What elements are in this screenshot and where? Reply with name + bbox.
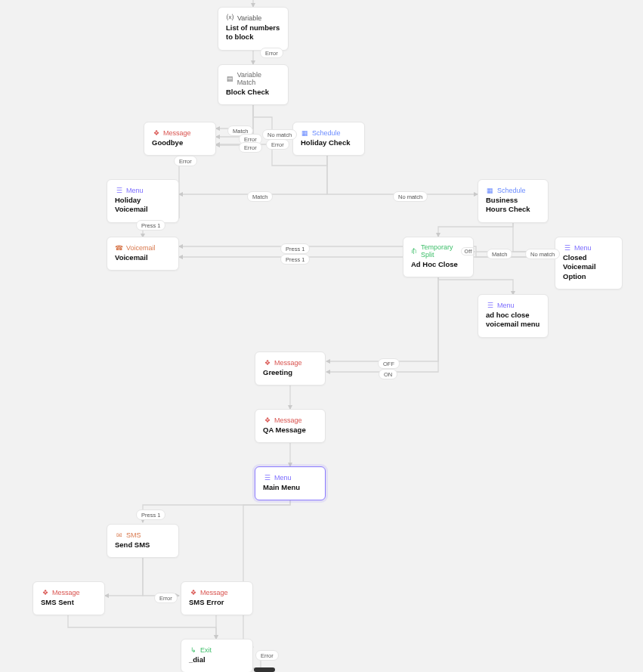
node-title: Greeting: [263, 368, 317, 377]
node-variable[interactable]: ⒳Variable List of numbers to block: [218, 7, 289, 51]
node-holiday-voicemail[interactable]: ☰Menu Holiday Voicemail: [107, 179, 179, 223]
chip-error: Error: [260, 48, 283, 58]
node-closed-voicemail-option[interactable]: ☰Menu Closed Voicemail Option: [555, 237, 623, 290]
node-title: Send SMS: [115, 540, 171, 550]
chip-press1: Press 1: [136, 509, 165, 520]
node-adhoc[interactable]: ⫛Temporary SplitOff Ad Hoc Close: [403, 237, 474, 277]
message-icon: ❖: [263, 416, 271, 424]
node-type: Schedule: [497, 187, 526, 194]
node-exit[interactable]: ↳Exit _dial: [181, 639, 253, 672]
chip-error: Error: [154, 593, 178, 603]
node-type: Variable: [237, 14, 261, 22]
node-title: QA Message: [263, 426, 317, 435]
node-type: Message: [52, 589, 80, 596]
schedule-icon: ▦: [486, 186, 494, 194]
variable-icon: ⒳: [226, 14, 234, 22]
node-title: Goodbye: [152, 138, 208, 147]
node-title: SMS Sent: [41, 598, 97, 607]
chip-press1: Press 1: [280, 243, 310, 254]
node-title: List of numbers to block: [226, 23, 280, 42]
node-main-menu[interactable]: ☰Menu Main Menu: [255, 466, 326, 500]
node-title: Block Check: [226, 88, 280, 97]
node-adhoc-menu[interactable]: ☰Menu ad hoc close voicemail menu: [478, 294, 549, 338]
node-type: Schedule: [312, 129, 341, 137]
node-goodbye[interactable]: ❖Message Goodbye: [144, 122, 216, 156]
message-icon: ❖: [189, 588, 197, 596]
sms-icon: ✉: [115, 531, 123, 539]
chip-match: Match: [487, 249, 512, 259]
split-icon: ⫛: [411, 247, 418, 255]
chip-press1: Press 1: [136, 220, 165, 231]
menu-icon: ☰: [563, 243, 571, 252]
node-title: Holiday Voicemail: [115, 196, 171, 215]
menu-icon: ☰: [115, 186, 123, 194]
node-sms-error[interactable]: ❖Message SMS Error: [181, 581, 253, 615]
chip-match: Match: [247, 191, 273, 202]
node-type: Exit: [200, 646, 212, 654]
node-title: Ad Hoc Close: [411, 260, 465, 269]
node-type: Message: [163, 129, 191, 137]
node-type: Temporary Split: [421, 243, 453, 259]
message-icon: ❖: [263, 358, 271, 367]
chip-error: Error: [174, 156, 197, 166]
node-title: Main Menu: [263, 483, 317, 492]
node-title: Closed Voicemail Option: [563, 253, 614, 281]
schedule-icon: ▦: [301, 129, 309, 137]
message-icon: ❖: [152, 129, 160, 137]
node-title: SMS Error: [189, 598, 245, 607]
node-title: ad hoc close voicemail menu: [486, 311, 540, 330]
chip-off: OFF: [378, 358, 400, 369]
menu-icon: ☰: [263, 473, 271, 482]
chip-nomatch: No match: [393, 191, 428, 202]
node-sms-sent[interactable]: ❖Message SMS Sent: [32, 581, 105, 615]
message-icon: ❖: [41, 588, 49, 596]
voicemail-icon: ☎: [115, 243, 123, 252]
chip-nomatch: No match: [525, 249, 560, 259]
node-type: Menu: [574, 244, 592, 252]
node-type: Voicemail: [126, 244, 156, 252]
bottom-handle[interactable]: [254, 667, 275, 672]
node-type: Menu: [497, 302, 515, 309]
chip-error: Error: [255, 650, 279, 661]
chip-press1: Press 1: [280, 254, 310, 265]
node-qa-message[interactable]: ❖Message QA Message: [255, 409, 326, 443]
node-type: Menu: [274, 474, 292, 482]
node-type: Message: [200, 589, 228, 596]
chip-error: Error: [266, 139, 289, 150]
node-title: _dial: [189, 655, 245, 664]
node-voicemail[interactable]: ☎Voicemail Voicemail: [107, 237, 179, 271]
toggle-off[interactable]: Off: [461, 247, 476, 255]
exit-icon: ↳: [189, 646, 197, 654]
node-variable-match[interactable]: ▤Variable Match Block Check: [218, 64, 289, 105]
node-type: Menu: [126, 187, 144, 194]
chip-error: Error: [239, 142, 262, 153]
node-type: Variable Match: [237, 71, 280, 86]
vmatch-icon: ▤: [226, 75, 234, 83]
chip-nomatch: No match: [262, 129, 297, 140]
node-title: Voicemail: [115, 253, 171, 262]
menu-icon: ☰: [486, 301, 494, 309]
node-business-hours[interactable]: ▦Schedule Business Hours Check: [478, 179, 549, 223]
node-type: SMS: [126, 531, 141, 539]
node-title: Holiday Check: [301, 138, 357, 147]
node-sms[interactable]: ✉SMS Send SMS: [107, 524, 179, 558]
node-type: Message: [274, 417, 302, 424]
node-holiday-check[interactable]: ▦Schedule Holiday Check: [292, 122, 365, 156]
flow-canvas[interactable]: ⒳Variable List of numbers to block ▤Vari…: [0, 0, 643, 672]
node-title: Business Hours Check: [486, 196, 540, 215]
node-type: Message: [274, 359, 302, 367]
node-greeting[interactable]: ❖Message Greeting: [255, 351, 326, 386]
chip-on: ON: [379, 369, 397, 379]
